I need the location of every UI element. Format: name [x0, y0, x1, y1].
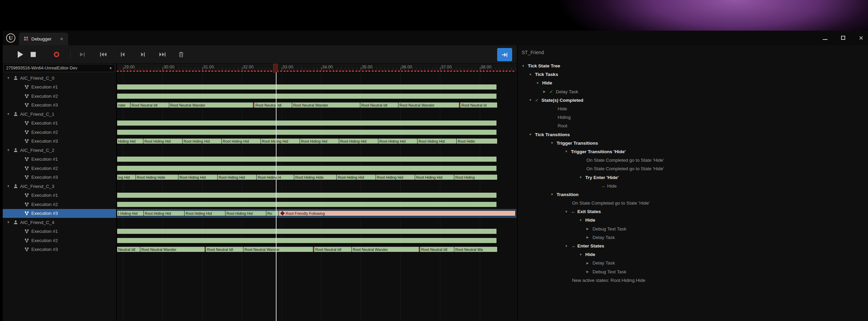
state-bar[interactable]	[117, 84, 497, 90]
state-segment[interactable]: Root Neutral Wander	[169, 102, 253, 108]
timeline-row[interactable]	[117, 227, 516, 236]
tree-item-execution[interactable]: Execution #3	[3, 137, 116, 146]
state-bar[interactable]	[117, 129, 497, 135]
state-tree-row[interactable]: Hide	[518, 105, 868, 113]
state-tree-row[interactable]: ▼Try Enter 'Hide'	[518, 173, 868, 181]
timeline-row[interactable]: Neutral IdlRoot Neutral WanderRoot Neutr…	[117, 245, 516, 254]
restore-button[interactable]	[841, 35, 845, 41]
frame-forward-button[interactable]	[140, 52, 146, 57]
state-tree-row[interactable]: ▶Debug Text Task	[518, 225, 868, 233]
state-tree-row[interactable]: ▶✓Delay Task	[518, 87, 868, 96]
tree-item-execution[interactable]: Execution #2	[3, 200, 116, 209]
state-tree-row[interactable]: ▼✓State(s) Completed	[518, 96, 868, 105]
frame-back-to-start-button[interactable]	[99, 52, 107, 57]
chevron-right-icon[interactable]: ▶	[543, 90, 548, 93]
state-segment[interactable]: Root Hiding Hid	[417, 139, 457, 144]
stop-button[interactable]	[31, 52, 36, 57]
state-segment[interactable]: Root Neutral Wa	[454, 247, 497, 252]
state-segment[interactable]: Root Hiding Hid	[185, 211, 225, 216]
tree-item-execution[interactable]: Execution #1	[3, 227, 116, 236]
chevron-right-icon[interactable]: ▶	[586, 270, 591, 273]
reset-tracks-button[interactable]	[178, 51, 184, 58]
state-tree-row[interactable]: ▼Hide	[518, 250, 868, 259]
tree-item-execution[interactable]: Execution #1	[3, 191, 116, 200]
tree-item-instance[interactable]: ▼AIC_Friend_C_1	[3, 110, 116, 119]
state-segment[interactable]: Root Hiding Hide	[136, 175, 178, 180]
state-tree-row[interactable]: ▼→Enter States	[518, 242, 868, 250]
chevron-down-icon[interactable]: ▼	[7, 148, 11, 152]
state-bar[interactable]	[117, 93, 497, 99]
state-segment[interactable]: Root Hiding Hid	[222, 139, 261, 144]
state-segment[interactable]: Neutral Idl	[117, 247, 140, 252]
tree-item-execution[interactable]: Execution #3	[3, 101, 116, 110]
timeline-row[interactable]: Hiding HidRoot Hiding HidRoot Hiding Hid…	[117, 137, 516, 146]
tree-item-instance[interactable]: ▼AIC_Friend_C_2	[3, 146, 116, 155]
timeline-row[interactable]	[117, 155, 516, 164]
timeline-row[interactable]: t Hiding HidRoot Hiding HidRoot Hiding H…	[117, 209, 516, 218]
tree-item-execution[interactable]: Execution #3	[3, 173, 116, 182]
state-tree-row[interactable]: ▶Delay Task	[518, 259, 868, 267]
state-segment[interactable]: ing Hid	[117, 175, 136, 180]
chevron-down-icon[interactable]: ▼	[565, 244, 570, 248]
chevron-down-icon[interactable]: ▼	[529, 73, 534, 76]
state-tree-row[interactable]: ▼Hide	[518, 216, 868, 224]
tree-item-execution[interactable]: Execution #2	[3, 92, 116, 101]
timeline-row[interactable]: nderRoot Neutral IdlRoot Neutral WanderR…	[117, 101, 516, 110]
state-bar[interactable]: t Hiding HidRoot Hiding HidRoot Hiding H…	[117, 210, 516, 216]
timeline-row[interactable]	[117, 200, 516, 209]
state-tree-row[interactable]: →Hide	[518, 182, 868, 190]
state-segment[interactable]: Root Hiding Hid	[218, 175, 257, 180]
chevron-down-icon[interactable]: ▼	[565, 210, 570, 213]
tab-close-icon[interactable]: ×	[60, 36, 63, 42]
state-bar[interactable]	[117, 165, 497, 171]
state-segment[interactable]: Hiding Hid	[117, 139, 143, 144]
state-bar[interactable]	[117, 156, 497, 162]
tree-item-execution[interactable]: Execution #2	[3, 128, 116, 137]
state-segment[interactable]: Root Hiding Hid	[337, 175, 376, 180]
chevron-right-icon[interactable]: ▶	[586, 227, 591, 230]
state-tree-row[interactable]: ▼Tick Transitions	[518, 130, 868, 139]
state-segment[interactable]: nder	[117, 102, 130, 108]
state-segment[interactable]: Root Neutral Wander	[140, 247, 205, 252]
state-segment[interactable]: Ro	[266, 211, 279, 216]
state-tree-row[interactable]: Hiding	[518, 113, 868, 122]
chevron-down-icon[interactable]: ▼	[522, 64, 527, 68]
chevron-down-icon[interactable]: ▼	[529, 98, 534, 102]
state-tree-row[interactable]: ▼Trigger Transitions	[518, 139, 868, 147]
chevron-right-icon[interactable]: ▶	[586, 236, 591, 239]
state-tree-row[interactable]: On State Completed go to State 'Hide'	[518, 164, 868, 173]
state-segment[interactable]: Root Hiding Hid	[376, 175, 415, 180]
tree-item-execution[interactable]: Execution #2	[3, 164, 116, 173]
tree-item-execution[interactable]: Execution #3	[3, 209, 116, 218]
state-segment[interactable]: Root Hiding Hid	[143, 139, 183, 144]
timeline-area[interactable]: 29.0030.0031.0032.0033.0034.0035.0036.00…	[117, 64, 516, 321]
chevron-down-icon[interactable]: ▼	[550, 141, 555, 145]
timeline-row[interactable]	[117, 164, 516, 173]
minimize-button[interactable]	[823, 35, 827, 41]
state-bar[interactable]	[117, 238, 497, 243]
timeline-row[interactable]	[117, 92, 516, 101]
record-button[interactable]	[54, 52, 59, 57]
state-segment[interactable]: Root Hiding Hid	[144, 211, 185, 216]
state-tree-row[interactable]: ▼Transition	[518, 190, 868, 199]
chevron-down-icon[interactable]: ▼	[579, 219, 584, 222]
state-segment[interactable]: Root Friendly Following	[279, 211, 515, 216]
state-segment[interactable]: Root Neutral Idl	[313, 247, 352, 252]
state-bar[interactable]	[117, 192, 497, 198]
timeline-row[interactable]	[117, 128, 516, 137]
chevron-right-icon[interactable]: ▶	[586, 261, 591, 265]
timeline-row[interactable]	[117, 191, 516, 200]
state-segment[interactable]: Root Hiding Hid	[415, 175, 454, 180]
state-segment[interactable]: Root Neutral Id	[459, 102, 497, 108]
timeline-ruler[interactable]: 29.0030.0031.0032.0033.0034.0035.0036.00…	[117, 64, 516, 73]
state-segment[interactable]: Root Neutral Idl	[205, 247, 243, 252]
timeline-row[interactable]	[117, 119, 516, 128]
tree-item-execution[interactable]: Execution #3	[3, 245, 116, 254]
state-tree-row[interactable]: ▼Tick Tasks	[518, 70, 868, 79]
timeline-row[interactable]	[117, 83, 516, 92]
close-button[interactable]: ×	[859, 34, 863, 42]
state-segment[interactable]: Root Neutral Wander	[352, 247, 419, 252]
frame-forward-to-end-button[interactable]	[159, 52, 166, 57]
tree-item-execution[interactable]: Execution #2	[3, 236, 116, 245]
state-tree-row[interactable]: New active states: Root.Hiding.Hide	[518, 276, 868, 285]
